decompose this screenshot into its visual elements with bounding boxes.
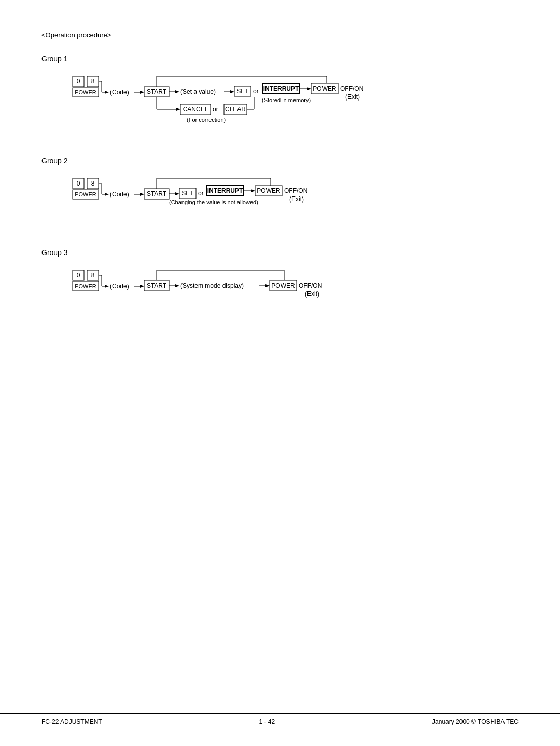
svg-text:(Set a value): (Set a value) — [180, 88, 216, 95]
group-3-section: Group 3 0 8 POWER (Code) — [41, 248, 519, 309]
svg-text:8: 8 — [91, 272, 95, 279]
page: <Operation procedure> Group 1 0 8 POWER — [0, 0, 560, 746]
svg-text:SET: SET — [181, 190, 194, 197]
svg-text:0: 0 — [77, 180, 80, 187]
svg-text:(Code): (Code) — [110, 89, 129, 96]
svg-text:POWER: POWER — [257, 187, 281, 194]
group-1-section: Group 1 0 8 POWER (C — [41, 54, 519, 131]
svg-marker-37 — [176, 108, 180, 111]
svg-marker-27 — [307, 87, 311, 90]
svg-text:OFF/ON: OFF/ON — [299, 282, 322, 289]
svg-marker-19 — [230, 90, 234, 93]
svg-text:CANCEL: CANCEL — [183, 106, 208, 113]
svg-marker-58 — [140, 193, 144, 196]
svg-text:or: or — [198, 190, 204, 197]
page-footer: FC-22 ADJUSTMENT 1 - 42 January 2000 © T… — [0, 713, 560, 725]
group-2-diagram: 0 8 POWER (Code) START — [73, 174, 519, 222]
svg-marker-12 — [140, 91, 144, 94]
svg-text:INTERRUPT: INTERRUPT — [263, 85, 299, 92]
svg-text:(Code): (Code) — [110, 283, 129, 290]
svg-text:POWER: POWER — [75, 191, 96, 198]
svg-text:POWER: POWER — [75, 283, 96, 289]
group-1-label: Group 1 — [41, 54, 519, 63]
svg-marker-9 — [105, 91, 109, 94]
svg-text:OFF/ON: OFF/ON — [340, 85, 363, 92]
svg-text:(System mode display): (System mode display) — [180, 282, 244, 289]
group-2-svg: 0 8 POWER (Code) START — [73, 174, 436, 221]
operation-procedure-header: <Operation procedure> — [41, 31, 519, 39]
svg-text:START: START — [147, 190, 167, 198]
group-3-svg: 0 8 POWER (Code) START — [73, 266, 410, 307]
svg-text:POWER: POWER — [75, 89, 96, 95]
svg-marker-55 — [105, 193, 109, 196]
svg-marker-90 — [140, 285, 144, 288]
footer-left: FC-22 ADJUSTMENT — [41, 718, 102, 725]
svg-text:0: 0 — [77, 78, 80, 85]
svg-text:(Exit): (Exit) — [305, 290, 319, 298]
svg-text:OFF/ON: OFF/ON — [284, 187, 307, 194]
group-2-label: Group 2 — [41, 157, 519, 165]
svg-text:0: 0 — [77, 272, 80, 279]
svg-marker-16 — [175, 90, 179, 93]
svg-text:POWER: POWER — [271, 282, 295, 289]
svg-text:POWER: POWER — [313, 85, 337, 92]
svg-marker-62 — [175, 192, 179, 195]
svg-marker-94 — [175, 284, 179, 287]
svg-text:or: or — [213, 106, 218, 113]
svg-text:(Code): (Code) — [110, 191, 129, 198]
svg-text:(Stored in memory): (Stored in memory) — [262, 97, 311, 103]
group-3-label: Group 3 — [41, 248, 519, 257]
svg-text:SET: SET — [236, 88, 249, 95]
svg-text:START: START — [147, 88, 167, 95]
svg-text:8: 8 — [91, 78, 95, 85]
svg-text:INTERRUPT: INTERRUPT — [207, 187, 243, 194]
group-1-diagram: 0 8 POWER (Code) — [73, 72, 519, 131]
svg-text:(For correction): (For correction) — [187, 117, 226, 123]
group-1-svg: 0 8 POWER (Code) — [73, 72, 461, 129]
svg-marker-70 — [251, 189, 255, 192]
group-3-diagram: 0 8 POWER (Code) START — [73, 266, 519, 309]
svg-marker-97 — [265, 284, 270, 287]
svg-text:(Changing the value is not all: (Changing the value is not allowed) — [169, 199, 258, 205]
svg-text:CLEAR: CLEAR — [225, 106, 246, 113]
footer-right: January 2000 © TOSHIBA TEC — [432, 718, 519, 725]
svg-marker-87 — [105, 285, 109, 288]
svg-text:8: 8 — [91, 180, 95, 187]
footer-center: 1 - 42 — [259, 718, 275, 725]
svg-text:or: or — [253, 88, 259, 95]
svg-text:START: START — [147, 282, 167, 289]
svg-text:(Exit): (Exit) — [289, 195, 304, 203]
group-2-section: Group 2 0 8 POWER (Code) — [41, 157, 519, 222]
svg-text:(Exit): (Exit) — [345, 93, 360, 101]
